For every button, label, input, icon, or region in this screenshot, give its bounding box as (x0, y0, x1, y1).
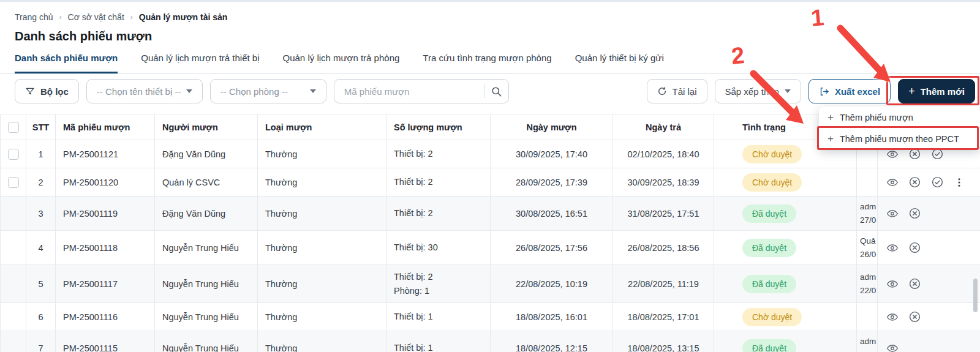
stt-cell: 5 (26, 265, 56, 303)
eye-icon[interactable] (886, 311, 899, 323)
loan-type-cell: Thường (258, 197, 386, 231)
approve-check-icon[interactable] (931, 176, 944, 189)
actions-cell (878, 331, 980, 352)
page-title: Danh sách phiếu mượn (15, 29, 152, 43)
code-cell: PM-25001118 (56, 231, 155, 265)
breadcrumb-separator: › (130, 13, 133, 21)
row-checkbox[interactable] (8, 177, 19, 188)
code-cell: PM-25001117 (56, 265, 155, 303)
table-row: 3PM-25001119Đặng Văn DũngThườngThiết bị:… (1, 197, 980, 231)
return-date-cell: 02/10/2025, 18:40 (613, 140, 714, 168)
code-cell: PM-25001121 (56, 140, 155, 168)
tab-tra-cuu-tinh-trang[interactable]: Tra cứu tình trạng mượn phòng (423, 53, 551, 74)
status-badge: Đã duyệt (742, 239, 796, 257)
borrower-cell: Nguyễn Trung Hiếu (155, 265, 258, 303)
quantity-cell: Thiết bị: 1 (386, 331, 491, 352)
status-cell: Đã duyệt (714, 231, 857, 265)
select-all-checkbox[interactable] (8, 122, 19, 133)
col-ngay-muon[interactable]: Ngày mượn (491, 114, 613, 140)
return-date-cell: 26/08/2025, 18:56 (613, 231, 714, 265)
plus-icon: + (827, 112, 834, 122)
stt-cell: 2 (26, 168, 56, 197)
search-icon[interactable] (491, 86, 502, 97)
actions-cell (878, 303, 980, 331)
tab-lich-muon-tra-thiet-bi[interactable]: Quản lý lịch mượn trả thiết bị (141, 53, 259, 74)
status-cell: Đã duyệt (714, 331, 857, 352)
reload-button[interactable]: Tải lại (647, 79, 707, 103)
header-select-all (1, 114, 26, 140)
device-select[interactable]: -- Chọn tên thiết bị -- (86, 79, 203, 103)
approver-cell: adm18/0 (857, 331, 878, 352)
reject-x-icon[interactable] (908, 277, 921, 290)
reject-x-icon[interactable] (908, 310, 921, 323)
quantity-cell: Thiết bị: 30 (386, 231, 491, 265)
tab-lich-muon-tra-phong[interactable]: Quản lý lịch mượn trả phòng (283, 53, 400, 74)
filter-button-label: Bộ lọc (40, 86, 69, 97)
reload-button-label: Tải lại (673, 86, 697, 97)
eye-icon[interactable] (886, 176, 899, 189)
approver-cell: adm27/0 (857, 197, 878, 231)
status-badge: Chờ duyệt (742, 308, 802, 326)
table-row: 4PM-25001118Nguyễn Trung HiếuThườngThiết… (1, 231, 980, 265)
row-checkbox[interactable] (8, 149, 19, 160)
quantity-cell: Thiết bị: 2Phòng: 1 (386, 265, 491, 303)
chevron-down-icon (310, 89, 316, 93)
borrower-cell: Nguyễn Trung Hiếu (155, 231, 258, 265)
loan-type-cell: Thường (258, 331, 386, 352)
room-select[interactable]: -- Chọn phòng -- (210, 79, 326, 103)
menu-item-them-phieu-muon[interactable]: + Thêm phiếu mượn (819, 107, 980, 128)
reject-x-icon[interactable] (908, 207, 921, 220)
status-badge: Đã duyệt (742, 275, 796, 293)
breadcrumb-separator: › (59, 13, 62, 21)
table-row: 2PM-25001120Quản lý CSVCThườngThiết bị: … (1, 168, 980, 197)
reject-x-icon[interactable] (908, 241, 921, 254)
status-cell: Đã duyệt (714, 197, 857, 231)
search-input[interactable] (343, 86, 478, 97)
tab-thiet-bi-ky-gui[interactable]: Quản lý thiết bị ký gửi (575, 53, 664, 74)
stt-cell: 1 (26, 140, 56, 168)
status-badge: Đã duyệt (742, 204, 796, 223)
quantity-cell: Thiết bị: 1 (386, 303, 491, 331)
refresh-icon (657, 86, 667, 96)
quantity-cell: Thiết bị: 2 (386, 140, 491, 168)
col-nguoi-muon[interactable]: Người mượn (155, 114, 258, 140)
code-cell: PM-25001120 (56, 168, 155, 197)
col-stt[interactable]: STT (26, 114, 56, 140)
borrow-date-cell: 22/08/2025, 10:19 (491, 265, 613, 303)
status-badge: Đã duyệt (742, 339, 796, 352)
vertical-scrollbar-thumb[interactable] (973, 279, 978, 312)
filter-button[interactable]: Bộ lọc (15, 79, 79, 103)
eye-icon[interactable] (886, 242, 899, 254)
actions-cell (878, 265, 980, 303)
code-cell: PM-25001116 (56, 303, 155, 331)
eye-icon[interactable] (886, 342, 899, 352)
chevron-down-icon (186, 89, 192, 93)
annotation-arrow-2 (745, 69, 818, 135)
borrow-date-cell: 30/08/2025, 16:51 (491, 197, 613, 231)
status-cell: Đã duyệt (714, 265, 857, 303)
approver-cell: adm22/0 (857, 265, 878, 303)
highlight-box-add-button (886, 76, 979, 105)
breadcrumb-item-facilities[interactable]: Cơ sở vật chất (68, 12, 124, 22)
kebab-menu-icon[interactable] (954, 176, 965, 189)
col-loai-muon[interactable]: Loại mượn (258, 114, 386, 140)
actions-cell (878, 197, 980, 231)
loan-type-cell: Thường (258, 303, 386, 331)
col-ngay-tra[interactable]: Ngày trả (613, 114, 714, 140)
return-date-cell: 30/09/2025, 18:39 (613, 168, 714, 197)
eye-icon[interactable] (886, 208, 899, 220)
reject-x-icon[interactable] (908, 176, 921, 189)
actions-cell (878, 168, 980, 197)
room-select-value: -- Chọn phòng -- (221, 86, 288, 97)
col-so-luong-muon[interactable]: Số lượng mượn (386, 114, 491, 140)
status-cell: Chờ duyệt (714, 168, 857, 197)
page-top-border (0, 0, 980, 2)
status-badge: Chờ duyệt (742, 173, 802, 192)
breadcrumb-item-home[interactable]: Trang chủ (15, 12, 53, 22)
eye-icon[interactable] (886, 278, 899, 290)
table-row: 5PM-25001117Nguyễn Trung HiếuThườngThiết… (1, 265, 980, 303)
col-ma-phieu-muon[interactable]: Mã phiếu mượn (56, 114, 155, 140)
stt-cell: 7 (26, 331, 56, 352)
tab-danh-sach-phieu-muon[interactable]: Danh sách phiếu mượn (15, 53, 118, 74)
loan-type-cell: Thường (258, 265, 386, 303)
